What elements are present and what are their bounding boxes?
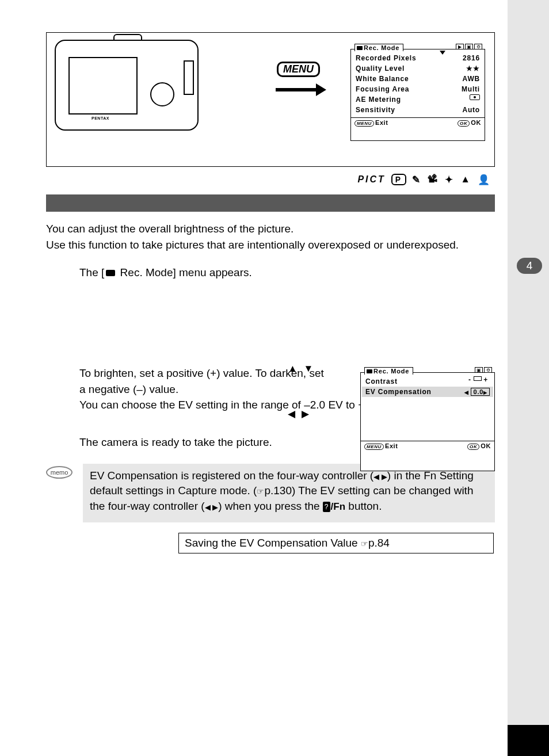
paint-icon: ✎ xyxy=(412,174,422,186)
camera-brand-label: PENTAX xyxy=(92,116,109,120)
camera-icon xyxy=(367,369,372,373)
camera-icon xyxy=(357,46,363,50)
metering-icon xyxy=(470,94,480,100)
ev-value: 0.0▶ xyxy=(471,388,490,396)
lcd-tab-title: Rec. Mode xyxy=(364,367,413,375)
pict-label: PICT xyxy=(357,174,385,185)
memo-label: memo xyxy=(46,466,73,479)
contrast-level-icon xyxy=(467,376,490,382)
lcd-foot-ok: OK xyxy=(481,442,491,449)
lcd-foot-ok: OK xyxy=(471,119,481,126)
lcd-row-label: Quality Level xyxy=(356,63,405,74)
lcd-row-selected: EV Compensation ◀ 0.0▶ xyxy=(362,387,493,397)
figure-box: PENTAX MENU Rec. Mode ▶▣⚙ Recorded Pixel… xyxy=(46,32,495,167)
menu-button-label: MENU xyxy=(277,62,320,77)
left-right-arrows-icon: ◀ ▶ xyxy=(288,408,311,420)
thumb-tab xyxy=(508,725,549,756)
lcd-row-value: Multi xyxy=(462,84,480,94)
page-ref-icon: ☞ xyxy=(257,487,264,496)
lcd-preview-ev: Rec. Mode ▣⚙ Contrast EV Compensation ◀ … xyxy=(360,372,495,471)
lcd-tab-icons: ▣⚙ xyxy=(475,367,492,373)
mode-icon-strip: PICT P ✎ 📽 ✦ ▲ 👤 xyxy=(46,173,491,186)
ok-pill: OK xyxy=(467,444,479,450)
camera-icon xyxy=(106,270,115,276)
lcd-row-label: EV Compensation xyxy=(365,387,432,397)
menu-pill: MENU xyxy=(354,120,374,127)
movie-icon: 📽 xyxy=(428,174,439,185)
ok-pill: OK xyxy=(458,120,470,127)
portrait-icon: 👤 xyxy=(478,174,491,186)
lcd-tab-title: Rec. Mode xyxy=(354,44,403,51)
fn-button-icon: ? xyxy=(323,502,330,513)
page-margin: 4 xyxy=(508,0,549,756)
arrow-icon xyxy=(276,83,326,96)
section-number-tab: 4 xyxy=(517,258,542,274)
lcd-foot-exit: Exit xyxy=(375,119,388,126)
lcd-row-label: Focusing Area xyxy=(356,84,409,94)
lcd-row-value: 2816 xyxy=(463,53,480,63)
body-paragraph: Use this function to take pictures that … xyxy=(46,237,495,253)
lcd-row-label: AE Metering xyxy=(356,94,401,105)
lcd-row-label: Sensitivity xyxy=(356,105,395,115)
step-1-result: The [ Rec. Mode] menu appears. xyxy=(79,266,495,279)
lcd-row-value: AWB xyxy=(463,74,480,84)
landscape-icon: ▲ xyxy=(460,174,472,185)
p-mode-icon: P xyxy=(391,174,406,185)
cross-reference-box: Saving the EV Compensation Value ☞p.84 xyxy=(178,533,494,553)
lcd-row-value: Auto xyxy=(462,105,480,115)
night-scene-icon: ✦ xyxy=(445,174,455,186)
page-ref-icon: ☞ xyxy=(361,539,368,548)
lcd-row-label: Recorded Pixels xyxy=(356,53,416,63)
lcd-preview-rec-mode: Rec. Mode ▶▣⚙ Recorded Pixels2816 Qualit… xyxy=(350,49,485,141)
menu-pill: MENU xyxy=(364,444,384,450)
lcd-tab-icons: ▶▣⚙ xyxy=(456,44,482,49)
camera-illustration: PENTAX xyxy=(55,40,203,155)
lcd-row-value: ★★ xyxy=(466,63,480,74)
body-paragraph: You can adjust the overall brightness of… xyxy=(46,221,495,237)
lcd-row-label: Contrast xyxy=(365,376,398,387)
lcd-row-label: White Balance xyxy=(356,74,409,84)
triangle-down-icon xyxy=(440,51,445,55)
memo-box: memo EV Compensation is registered on th… xyxy=(46,464,495,522)
left-right-arrows-icon: ◀ ▶ xyxy=(205,503,219,511)
left-right-arrows-icon: ◀ ▶ xyxy=(373,472,387,481)
section-title-bar xyxy=(46,194,495,212)
lcd-foot-exit: Exit xyxy=(385,442,398,449)
up-down-arrows-icon: ▲ ▼ xyxy=(288,363,315,375)
memo-text: EV Compensation is registered on the fou… xyxy=(83,464,495,522)
